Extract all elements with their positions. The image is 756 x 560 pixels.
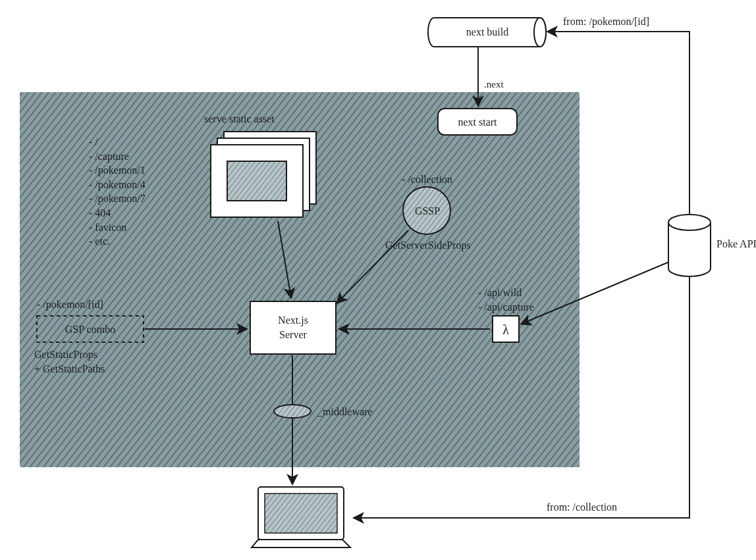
diagram-shapes — [0, 0, 756, 560]
gsp-route-label: - /pokemon/[id] — [37, 297, 103, 312]
dot-next-label: .next — [484, 78, 504, 91]
poke-api-cylinder — [668, 215, 711, 276]
lambda-label: λ — [493, 321, 519, 339]
diagram-root: next build .next next start serve static… — [0, 0, 756, 560]
poke-api-label: Poke API — [716, 237, 756, 251]
svg-line-15 — [278, 221, 291, 297]
static-assets-title: serve static asset — [204, 112, 275, 126]
api-routes-label: - /api/wild - /api/capture — [478, 286, 534, 314]
gsp-full-label: GetStaticProps + GetStaticPaths — [34, 347, 105, 376]
from-pokemon-label: from: /pokemon/[id] — [563, 14, 649, 29]
static-asset-stack — [211, 132, 316, 217]
svg-point-6 — [534, 18, 546, 47]
next-start-label: next start — [438, 115, 517, 130]
laptop-icon — [252, 487, 350, 547]
svg-rect-11 — [227, 161, 286, 201]
nextjs-server-label: Next.js Server — [250, 313, 336, 342]
svg-rect-14 — [265, 494, 337, 533]
next-build-label: next build — [445, 25, 530, 39]
gssp-circle-label: GSSP — [405, 204, 450, 218]
from-collection-label: from: /collection — [547, 500, 617, 515]
middleware-label: _middleware — [317, 405, 373, 419]
gsp-combo-label: GSP combo — [37, 322, 144, 337]
gssp-full-label: GetServerSideProps — [385, 238, 471, 253]
gssp-route-label: - /collection — [402, 172, 452, 187]
static-routes-list: - / - /capture - /pokemon/1 - /pokemon/4… — [89, 135, 146, 249]
svg-line-21 — [522, 262, 669, 324]
middleware-disc — [274, 405, 311, 418]
svg-point-12 — [668, 215, 711, 230]
